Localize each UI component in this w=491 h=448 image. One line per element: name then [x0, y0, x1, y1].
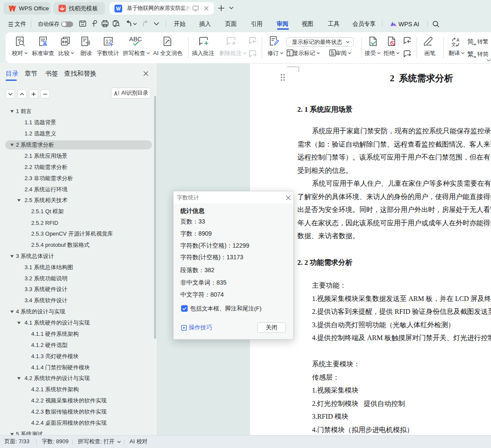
svg-text:繁: 繁 — [467, 50, 474, 58]
svg-text:简: 简 — [467, 38, 474, 45]
svg-text:A: A — [457, 37, 460, 42]
svg-text:文: 文 — [451, 41, 456, 46]
svg-text:12: 12 — [105, 38, 111, 45]
svg-text:ABC: ABC — [129, 36, 142, 43]
